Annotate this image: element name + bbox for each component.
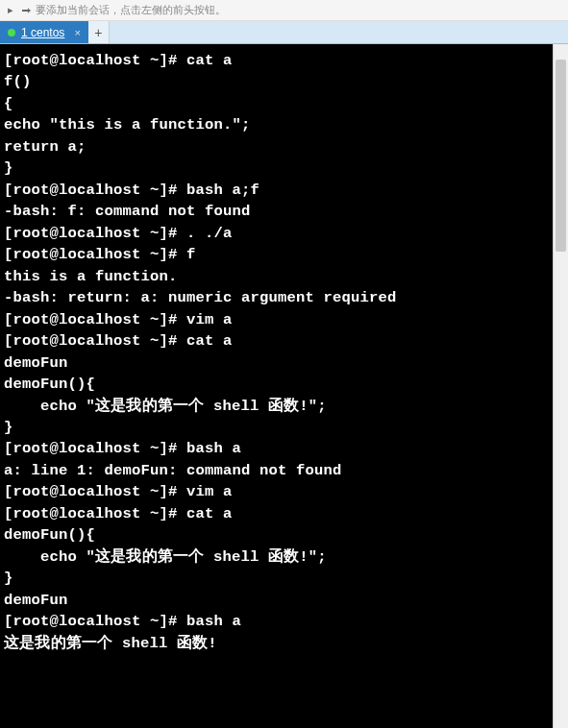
- terminal-output[interactable]: [root@localhost ~]# cat a f() { echo "th…: [0, 44, 568, 728]
- terminal-line: [root@localhost ~]# cat a: [4, 52, 233, 69]
- status-dot-icon: [8, 29, 15, 36]
- terminal-line: }: [4, 159, 13, 177]
- arrow-icon: ⮕: [21, 5, 32, 16]
- terminal-line: f(): [4, 73, 32, 90]
- terminal-line: demoFun(){: [4, 526, 95, 544]
- terminal-line: [root@localhost ~]# vim a: [4, 483, 233, 500]
- terminal-line: }: [4, 419, 13, 436]
- terminal-line: demoFun: [4, 354, 68, 372]
- chevron-right-icon: ▸: [8, 4, 13, 16]
- terminal-line: this is a function.: [4, 268, 178, 285]
- add-tab-button[interactable]: +: [88, 21, 110, 43]
- terminal-line: [root@localhost ~]# vim a: [4, 311, 233, 328]
- terminal-line: echo "这是我的第一个 shell 函数!";: [4, 548, 327, 566]
- terminal-line: echo "this is a function.";: [4, 116, 251, 133]
- scroll-thumb[interactable]: [556, 60, 566, 252]
- terminal-line: return a;: [4, 138, 86, 156]
- terminal-line: [root@localhost ~]# cat a: [4, 332, 233, 350]
- terminal-line: -bash: return: a: numeric argument requi…: [4, 289, 397, 306]
- terminal-line: }: [4, 570, 13, 587]
- tab-bar: 1 centos × +: [0, 21, 568, 44]
- terminal-line: {: [4, 95, 13, 112]
- terminal-line: demoFun: [4, 592, 68, 609]
- terminal-line: echo "这是我的第一个 shell 函数!";: [4, 398, 327, 415]
- terminal-line: 这是我的第一个 shell 函数!: [4, 635, 217, 652]
- tab-centos[interactable]: 1 centos ×: [0, 21, 88, 43]
- toolbar-hint: 要添加当前会话，点击左侧的前头按钮。: [36, 3, 226, 17]
- terminal-line: [root@localhost ~]# . ./a: [4, 225, 233, 242]
- toolbar: ▸ ⮕ 要添加当前会话，点击左侧的前头按钮。: [0, 0, 568, 21]
- terminal-line: [root@localhost ~]# bash a: [4, 613, 241, 630]
- terminal-line: demoFun(){: [4, 376, 95, 393]
- terminal-line: [root@localhost ~]# bash a: [4, 440, 241, 457]
- close-icon[interactable]: ×: [74, 27, 80, 38]
- terminal-line: [root@localhost ~]# cat a: [4, 505, 233, 522]
- terminal-line: a: line 1: demoFun: command not found: [4, 462, 342, 479]
- scrollbar[interactable]: [553, 44, 568, 728]
- terminal-line: [root@localhost ~]# bash a;f: [4, 182, 259, 199]
- tab-label: 1 centos: [21, 26, 64, 39]
- terminal-line: -bash: f: command not found: [4, 203, 251, 220]
- terminal-line: [root@localhost ~]# f: [4, 246, 196, 263]
